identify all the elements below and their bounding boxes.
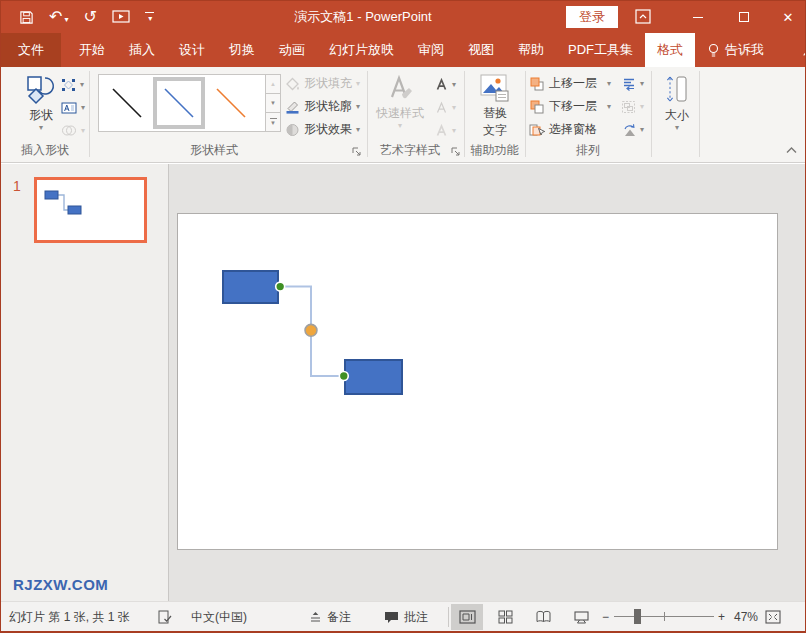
zoom-out-button[interactable]: −: [602, 602, 609, 632]
minimize-button[interactable]: [681, 1, 715, 33]
merge-shapes-button[interactable]: ▾: [61, 120, 85, 141]
size-icon: [662, 73, 692, 105]
undo-button[interactable]: ↶▾: [49, 8, 68, 26]
ribbon-display-options-icon[interactable]: [635, 9, 651, 24]
normal-view-button[interactable]: [451, 604, 483, 630]
reading-view-icon: [535, 610, 552, 624]
send-backward-button[interactable]: 下移一层 ▾: [529, 96, 611, 117]
quick-styles-icon: [384, 73, 416, 103]
normal-view-icon: [459, 610, 476, 624]
slideshow-view-button[interactable]: [565, 604, 597, 630]
tab-animations[interactable]: 动画: [267, 33, 317, 67]
tab-view[interactable]: 视图: [456, 33, 506, 67]
bring-forward-button[interactable]: 上移一层 ▾: [529, 73, 611, 94]
zoom-level[interactable]: 47%: [734, 602, 758, 632]
start-from-beginning-icon[interactable]: [112, 10, 130, 24]
slide-thumbnail[interactable]: [34, 177, 147, 243]
gallery-scroll: ▲ ▼ ▼: [265, 74, 281, 132]
customize-quick-access-icon[interactable]: ▾: [145, 12, 154, 23]
text-effects-icon: [435, 124, 448, 137]
text-fill-button[interactable]: ▾: [435, 74, 456, 95]
tab-transitions[interactable]: 切换: [217, 33, 267, 67]
tab-design[interactable]: 设计: [167, 33, 217, 67]
alt-text-button[interactable]: 替换 文字: [469, 73, 521, 139]
group-label-wordart: 艺术字样式: [367, 142, 453, 159]
shape-effects-button[interactable]: 形状效果 ▾: [285, 119, 360, 140]
shape-style-gallery: [98, 74, 266, 132]
selection-pane-icon: [529, 123, 545, 137]
edit-shape-button[interactable]: ▾: [61, 74, 84, 95]
text-box-icon: [61, 101, 77, 115]
accessibility-checker-icon[interactable]: [157, 602, 172, 632]
tab-format[interactable]: 格式: [645, 33, 695, 67]
shape-fill-button[interactable]: 形状填充 ▾: [285, 73, 360, 94]
tab-share[interactable]: 共享: [790, 33, 806, 67]
gallery-scroll-up-icon[interactable]: ▲: [265, 74, 281, 94]
slide-sorter-view-button[interactable]: [489, 604, 521, 630]
tab-insert[interactable]: 插入: [117, 33, 167, 67]
shape-effects-icon: [285, 123, 300, 137]
connector-adjust-handle[interactable]: [305, 324, 317, 336]
comments-button[interactable]: 批注: [384, 602, 428, 632]
text-outline-button[interactable]: ▾: [435, 97, 456, 118]
rectangle-shape-2[interactable]: [344, 359, 403, 395]
close-button[interactable]: ✕: [771, 1, 805, 33]
tab-home[interactable]: 开始: [67, 33, 117, 67]
size-button[interactable]: 大小 ▾: [657, 73, 697, 132]
group-objects-button[interactable]: ▾: [621, 96, 644, 117]
shapes-button[interactable]: 形状 ▾: [19, 73, 63, 132]
tab-file[interactable]: 文件: [1, 33, 61, 67]
shape-outline-icon: [285, 100, 300, 114]
language-indicator[interactable]: 中文(中国): [191, 602, 247, 632]
gallery-scroll-down-icon[interactable]: ▼: [265, 94, 281, 113]
zoom-slider[interactable]: [614, 602, 714, 632]
rectangle-shape-1[interactable]: [222, 270, 279, 304]
maximize-button[interactable]: [727, 1, 761, 33]
tab-tell-me[interactable]: 告诉我: [695, 33, 776, 67]
selection-pane-button[interactable]: 选择窗格: [529, 119, 597, 140]
fit-to-window-button[interactable]: [765, 602, 781, 632]
shape-style-option-orange[interactable]: [205, 77, 257, 129]
powerpoint-window: ↶▾ ↺ ▾ 演示文稿1 - PowerPoint 登录 ✕ 文件 开始 插入 …: [0, 0, 806, 633]
notes-button[interactable]: 备注: [309, 602, 351, 632]
rotate-button[interactable]: ▾: [621, 119, 644, 140]
elbow-connector[interactable]: [178, 214, 777, 549]
group-label-accessibility: 辅助功能: [464, 142, 525, 159]
redo-icon[interactable]: ↺: [83, 9, 96, 25]
undo-dropdown-icon[interactable]: ▾: [64, 15, 68, 24]
group-label-insert-shapes: 插入形状: [1, 142, 89, 159]
quick-styles-button[interactable]: 快速样式 ▾: [371, 73, 429, 130]
collapse-ribbon-icon[interactable]: [785, 146, 798, 154]
bring-forward-icon: [529, 77, 545, 91]
shape-outline-button[interactable]: 形状轮廓 ▾: [285, 96, 360, 117]
align-icon: [621, 77, 636, 91]
wordart-dialog-launcher-icon[interactable]: [450, 146, 462, 158]
text-box-button[interactable]: ▾: [61, 97, 85, 118]
share-person-icon: [802, 43, 806, 57]
tab-help[interactable]: 帮助: [506, 33, 556, 67]
notes-icon: [309, 611, 322, 623]
window-title: 演示文稿1 - PowerPoint: [201, 1, 525, 33]
text-effects-button[interactable]: ▾: [435, 120, 456, 141]
alt-text-icon: [479, 73, 511, 103]
tab-review[interactable]: 审阅: [406, 33, 456, 67]
group-label-shape-styles: 形状样式: [89, 142, 339, 159]
save-icon[interactable]: [19, 10, 34, 25]
login-button[interactable]: 登录: [566, 6, 618, 28]
shape-style-option-black[interactable]: [101, 77, 153, 129]
tab-pdf-tools[interactable]: PDF工具集: [556, 33, 645, 67]
merge-shapes-icon: [61, 124, 77, 137]
tab-slideshow[interactable]: 幻灯片放映: [317, 33, 406, 67]
gallery-more-icon[interactable]: ▼: [265, 113, 281, 132]
reading-view-button[interactable]: [527, 604, 559, 630]
title-bar: ↶▾ ↺ ▾ 演示文稿1 - PowerPoint 登录 ✕: [1, 1, 805, 33]
zoom-in-button[interactable]: +: [718, 602, 725, 632]
shape-style-option-blue-selected[interactable]: [153, 77, 205, 129]
status-bar: 幻灯片 第 1 张, 共 1 张 中文(中国) 备注 批注: [1, 601, 805, 631]
shape-styles-dialog-launcher-icon[interactable]: [351, 146, 363, 158]
fit-to-window-icon: [765, 610, 781, 624]
statusbar-divider: [448, 607, 449, 627]
zoom-slider-thumb[interactable]: [634, 609, 641, 624]
align-button[interactable]: ▾: [621, 73, 644, 94]
slide[interactable]: [177, 213, 778, 550]
